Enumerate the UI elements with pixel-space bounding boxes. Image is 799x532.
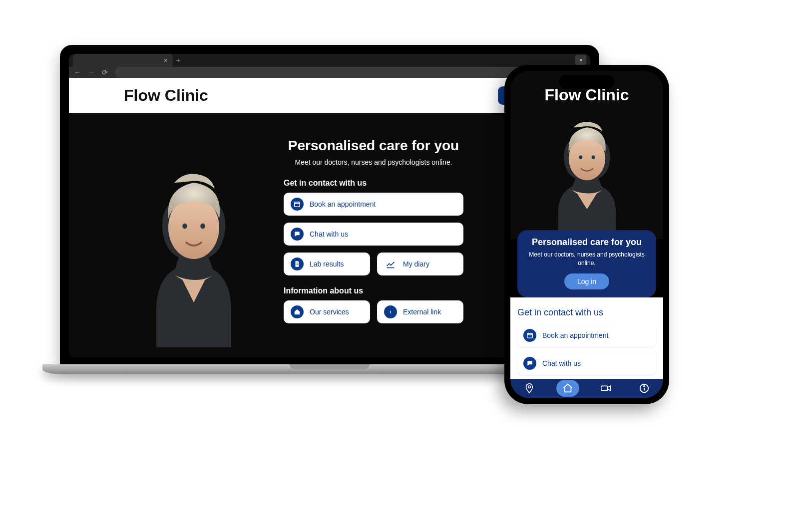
card-label: Book an appointment [542, 331, 608, 339]
svg-rect-17 [527, 333, 533, 338]
chat-icon [291, 228, 304, 241]
card-label: Book an appointment [310, 200, 376, 208]
hero-title: Personalised care for you [284, 138, 463, 154]
info-heading: Information about us [284, 286, 463, 295]
back-icon[interactable]: ← [74, 68, 81, 76]
external-link-button[interactable]: i External link [377, 300, 463, 323]
phone-viewport: Flow Clinic Per [510, 71, 663, 398]
browser-tab[interactable]: × [73, 54, 173, 67]
hero-subtitle: Meet our doctors, nurses and psychologis… [525, 251, 648, 267]
brand-logo: Flow Clinic [124, 86, 208, 105]
tab-home[interactable] [556, 380, 579, 397]
login-button[interactable]: Log in [564, 273, 609, 289]
svg-point-16 [591, 155, 595, 159]
hero-title: Personalised care for you [525, 237, 648, 248]
phone-hero: Flow Clinic [510, 71, 663, 239]
calendar-icon [291, 198, 304, 211]
tab-info[interactable] [633, 380, 656, 397]
svg-point-25 [644, 386, 645, 387]
our-services-button[interactable]: Our services [284, 300, 370, 323]
svg-rect-4 [295, 202, 300, 207]
doctor-portrait [520, 104, 653, 239]
phone-intro-card: Personalised care for you Meet our docto… [517, 230, 656, 297]
my-diary-button[interactable]: My diary [377, 253, 463, 275]
phone-body: Get in contact with us Book an appointme… [510, 297, 663, 379]
close-icon[interactable]: × [164, 56, 168, 64]
chat-button[interactable]: Chat with us [517, 352, 656, 375]
svg-point-21 [528, 386, 531, 388]
book-appointment-button[interactable]: Book an appointment [284, 193, 463, 216]
chat-icon [523, 357, 536, 370]
browser-tab-strip: × + ▾ [69, 54, 590, 67]
card-label: Chat with us [542, 359, 581, 367]
contact-heading: Get in contact with us [284, 179, 463, 188]
tab-video[interactable] [594, 380, 617, 397]
tab-locations[interactable] [518, 380, 541, 397]
chat-button[interactable]: Chat with us [284, 223, 463, 246]
svg-text:i: i [390, 310, 391, 314]
home-icon [291, 305, 304, 318]
doctor-portrait [119, 138, 269, 357]
hero-subtitle: Meet our doctors, nurses and psychologis… [284, 158, 463, 168]
svg-rect-8 [296, 263, 298, 263]
phone-device: Flow Clinic Per [504, 65, 669, 404]
chart-icon [384, 258, 397, 270]
chevron-down-icon: ▾ [580, 57, 582, 63]
svg-rect-22 [601, 386, 608, 391]
svg-rect-9 [296, 264, 298, 265]
svg-point-15 [579, 155, 582, 159]
address-bar[interactable]: ☆ [115, 67, 569, 78]
phone-tabbar [510, 379, 663, 398]
card-label: Lab results [310, 260, 344, 268]
forward-icon[interactable]: → [88, 68, 95, 76]
document-icon [291, 258, 304, 270]
card-label: Chat with us [310, 230, 348, 238]
svg-point-3 [200, 224, 205, 229]
tabs-menu-button[interactable]: ▾ [575, 55, 586, 65]
phone-notch [559, 75, 614, 89]
svg-point-2 [182, 224, 187, 229]
reload-icon[interactable]: ⟳ [102, 68, 108, 76]
card-label: Our services [310, 308, 349, 316]
contact-heading: Get in contact with us [517, 307, 656, 318]
book-appointment-button[interactable]: Book an appointment [517, 324, 656, 347]
hero-content: Personalised care for you Meet our docto… [284, 138, 463, 357]
new-tab-button[interactable]: + [176, 56, 180, 65]
info-icon: i [384, 305, 397, 318]
card-label: My diary [403, 260, 429, 268]
lab-results-button[interactable]: Lab results [284, 253, 370, 275]
card-label: External link [403, 308, 441, 316]
calendar-icon [523, 329, 536, 342]
